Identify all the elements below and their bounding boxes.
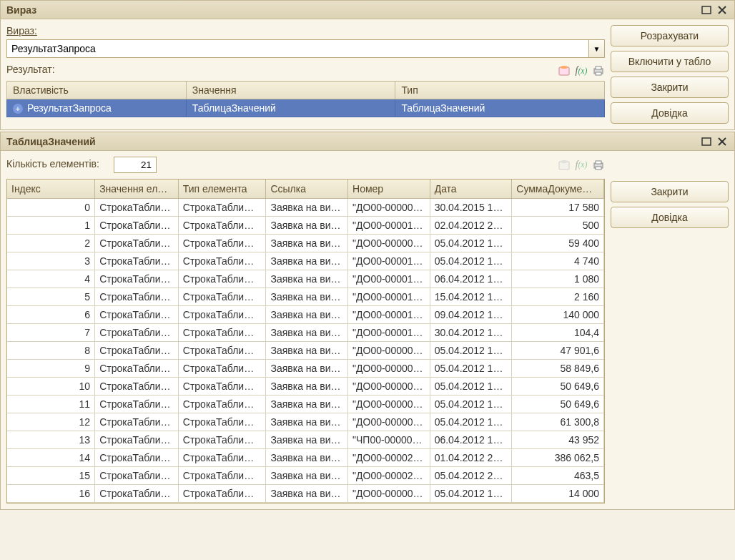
col-link[interactable]: Ссылка: [266, 180, 348, 199]
cell-index: 6: [7, 306, 95, 324]
cell-type: СтрокаТабли…: [178, 306, 266, 324]
cell-number: "ДО00-00001…: [348, 217, 430, 235]
cell-date: 05.04.2012 2…: [430, 467, 512, 485]
cell-index: 7: [7, 324, 95, 342]
table-row[interactable]: 5 СтрокаТабли… СтрокаТабли… Заявка на ви…: [7, 288, 604, 306]
print-icon[interactable]: [592, 64, 605, 77]
expression-label: Вираз:: [6, 25, 605, 36]
col-sum[interactable]: СуммаДокуме…: [512, 180, 604, 199]
cell-date: 05.04.2012 1…: [430, 413, 512, 431]
col-index[interactable]: Індекс: [7, 180, 95, 199]
cell-type: СтрокаТабли…: [178, 270, 266, 288]
close-button-2[interactable]: Закрити: [611, 181, 729, 202]
cell-date: 05.04.2012 1…: [430, 235, 512, 252]
col-date[interactable]: Дата: [430, 180, 512, 199]
col-property[interactable]: Властивість: [7, 82, 187, 99]
table-row[interactable]: 6 СтрокаТабли… СтрокаТабли… Заявка на ви…: [7, 306, 604, 324]
box-icon[interactable]: [558, 64, 571, 77]
cell-link: Заявка на ви…: [266, 431, 348, 449]
cell-number: "ДО00-00000…: [348, 396, 430, 413]
cell-number: "ДО00-00001…: [348, 270, 430, 288]
expression-title: Вираз: [6, 4, 36, 16]
table-row[interactable]: 15 СтрокаТабли… СтрокаТабли… Заявка на в…: [7, 467, 604, 485]
cell-value: СтрокаТабли…: [95, 288, 179, 306]
table-row[interactable]: 2 СтрокаТабли… СтрокаТабли… Заявка на ви…: [7, 235, 604, 252]
cell-type: СтрокаТабли…: [178, 217, 266, 235]
cell-date: 05.04.2012 1…: [430, 485, 512, 503]
cell-link: Заявка на ви…: [266, 324, 348, 342]
cell-date: 06.04.2012 1…: [430, 431, 512, 449]
col-element-type[interactable]: Тип елемента: [178, 180, 266, 199]
maximize-icon[interactable]: [700, 135, 713, 148]
function-icon-disabled: f(x): [575, 159, 588, 172]
cell-value: СтрокаТабли…: [95, 431, 179, 449]
cell-sum: 104,4: [512, 324, 604, 342]
print-icon[interactable]: [592, 159, 605, 172]
cell-value: СтрокаТабли…: [95, 306, 179, 324]
cell-link: Заявка на ви…: [266, 485, 348, 503]
cell-value: СтрокаТабли…: [95, 342, 179, 360]
table-row[interactable]: 1 СтрокаТабли… СтрокаТабли… Заявка на ви…: [7, 217, 604, 235]
close-icon[interactable]: [716, 4, 729, 16]
table-row[interactable]: 14 СтрокаТабли… СтрокаТабли… Заявка на в…: [7, 449, 604, 467]
dropdown-button[interactable]: ▼: [589, 39, 605, 58]
cell-number: "ЧП00-00000…: [348, 431, 430, 449]
help-button[interactable]: Довідка: [611, 102, 729, 124]
cell-number: "ДО00-00000…: [348, 342, 430, 360]
cell-index: 11: [7, 396, 95, 413]
cell-number: "ДО00-00001…: [348, 252, 430, 270]
cell-value: СтрокаТабли…: [95, 270, 179, 288]
cell-index: 3: [7, 252, 95, 270]
result-table: Властивість Значення Тип +РезультатЗапро…: [6, 81, 605, 117]
count-input[interactable]: [114, 157, 157, 173]
expand-icon[interactable]: +: [13, 104, 23, 114]
table-row[interactable]: 3 СтрокаТабли… СтрокаТабли… Заявка на ви…: [7, 252, 604, 270]
col-number[interactable]: Номер: [348, 180, 430, 199]
include-button[interactable]: Включити у табло: [611, 51, 729, 72]
table-row[interactable]: 0 СтрокаТабли… СтрокаТабли… Заявка на ви…: [7, 199, 604, 217]
close-icon[interactable]: [716, 135, 729, 148]
table-row[interactable]: 8 СтрокаТабли… СтрокаТабли… Заявка на ви…: [7, 342, 604, 360]
table-row[interactable]: 12 СтрокаТабли… СтрокаТабли… Заявка на в…: [7, 413, 604, 431]
table-row[interactable]: 13 СтрокаТабли… СтрокаТабли… Заявка на в…: [7, 431, 604, 449]
maximize-icon[interactable]: [700, 4, 713, 16]
cell-type: СтрокаТабли…: [178, 431, 266, 449]
table-row[interactable]: 11 СтрокаТабли… СтрокаТабли… Заявка на в…: [7, 396, 604, 413]
cell-number: "ДО00-00000…: [348, 378, 430, 396]
close-button[interactable]: Закрити: [611, 77, 729, 98]
help-button-2[interactable]: Довідка: [611, 207, 729, 228]
cell-sum: 61 300,8: [512, 413, 604, 431]
cell-link: Заявка на ви…: [266, 306, 348, 324]
cell-link: Заявка на ви…: [266, 396, 348, 413]
cell-index: 0: [7, 199, 95, 217]
table-row[interactable]: 16 СтрокаТабли… СтрокаТабли… Заявка на в…: [7, 485, 604, 503]
col-value[interactable]: Значення: [186, 82, 395, 99]
function-icon[interactable]: f(x): [575, 64, 588, 77]
result-row-selected[interactable]: +РезультатЗапроса ТаблицаЗначений Таблиц…: [7, 99, 605, 117]
cell-sum: 386 062,5: [512, 449, 604, 467]
cell-index: 15: [7, 467, 95, 485]
col-element-value[interactable]: Значення ел…: [95, 180, 179, 199]
cell-link: Заявка на ви…: [266, 378, 348, 396]
table-row[interactable]: 7 СтрокаТабли… СтрокаТабли… Заявка на ви…: [7, 324, 604, 342]
cell-link: Заявка на ви…: [266, 252, 348, 270]
svg-rect-14: [596, 161, 601, 164]
svg-point-4: [561, 66, 568, 69]
table-row[interactable]: 10 СтрокаТабли… СтрокаТабли… Заявка на в…: [7, 378, 604, 396]
cell-link: Заявка на ви…: [266, 449, 348, 467]
table-row[interactable]: 9 СтрокаТабли… СтрокаТабли… Заявка на ви…: [7, 360, 604, 378]
col-type[interactable]: Тип: [395, 82, 605, 99]
cell-type: СтрокаТабли…: [178, 413, 266, 431]
cell-property: РезультатЗапроса: [27, 102, 112, 114]
cell-link: Заявка на ви…: [266, 235, 348, 252]
calculate-button[interactable]: Розрахувати: [611, 25, 729, 46]
cell-value: СтрокаТабли…: [95, 485, 179, 503]
expression-input[interactable]: [6, 39, 589, 58]
cell-sum: 17 580: [512, 199, 604, 217]
cell-sum: 50 649,6: [512, 396, 604, 413]
cell-value: ТаблицаЗначений: [186, 99, 395, 117]
table-row[interactable]: 4 СтрокаТабли… СтрокаТабли… Заявка на ви…: [7, 270, 604, 288]
cell-type: СтрокаТабли…: [178, 449, 266, 467]
cell-type: СтрокаТабли…: [178, 378, 266, 396]
cell-index: 10: [7, 378, 95, 396]
